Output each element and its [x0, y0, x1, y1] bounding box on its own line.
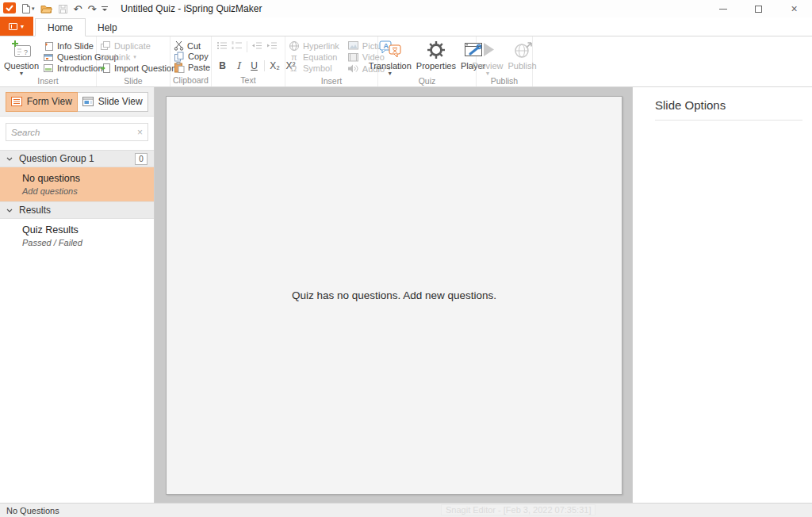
symbol-icon: Ω [289, 63, 300, 74]
svg-text:Ω: Ω [290, 63, 297, 73]
new-document-icon [21, 3, 31, 14]
group-label-insert-media: Insert [285, 76, 377, 87]
window-controls: × [705, 0, 812, 17]
quick-access-toolbar: ▾ ↶ ↷ [3, 2, 108, 16]
paste-button[interactable]: Paste [174, 62, 210, 73]
undo-button[interactable]: ↶ [74, 4, 82, 14]
form-view-button[interactable]: Form View [6, 92, 78, 112]
save-icon [58, 4, 68, 14]
new-quiz-button[interactable]: ▾ [21, 3, 35, 14]
redo-icon: ↷ [87, 4, 96, 14]
status-text: No Questions [6, 506, 59, 515]
tree-group-results[interactable]: Results [0, 201, 154, 219]
svg-text:A: A [383, 42, 389, 50]
cut-button[interactable]: Cut [174, 40, 210, 51]
tree-item-no-questions[interactable]: No questions Add questions [0, 167, 154, 201]
preview-button: Preview ▼ [469, 38, 505, 76]
tab-help[interactable]: Help [86, 19, 129, 36]
translation-icon: A [378, 39, 402, 61]
status-bar: No Questions Snagit Editor - [Feb 3, 202… [0, 503, 812, 517]
underline-button: U [248, 60, 260, 71]
chevron-down-icon [6, 209, 13, 213]
subscript-button: X₂ [269, 60, 281, 71]
hyperlink-icon [289, 40, 300, 52]
question-button[interactable]: ? Question ▼ [2, 38, 41, 76]
group-label-slide: Slide [97, 76, 170, 87]
slide-options-title: Slide Options [655, 98, 802, 112]
menu-icon [9, 23, 17, 30]
close-icon: × [791, 3, 797, 14]
ribbon-group-slide: Duplicate Link ▾ Import Questions Slide [97, 36, 170, 86]
symbol-button: Ω Symbol [289, 63, 339, 74]
import-questions-icon [100, 63, 111, 74]
ribbon-group-insert-media: Hyperlink π Equation Ω Symbol Picture [285, 36, 378, 86]
translation-button[interactable]: A Translation ▼ [366, 38, 414, 76]
search-box[interactable]: × [6, 123, 148, 141]
slide-options-panel: Slide Options [632, 87, 812, 503]
copy-button[interactable]: Copy [174, 52, 210, 62]
tree-group-question-group-1[interactable]: Question Group 1 0 [0, 150, 154, 167]
slide-canvas: Quiz has no questions. Add new questions… [155, 87, 632, 503]
duplicate-icon [100, 40, 111, 52]
info-slide-icon [43, 40, 54, 52]
tab-home[interactable]: Home [35, 18, 86, 36]
ribbon-group-clipboard: Cut Copy Paste Clipboard [170, 36, 212, 86]
ribbon-group-insert: ? Question ▼ Info Slide Question Group I… [0, 36, 97, 86]
toolbar-options-icon [102, 6, 108, 12]
group-label-insert: Insert [0, 76, 96, 87]
slide-surface[interactable]: Quiz has no questions. Add new questions… [166, 96, 622, 495]
equation-icon: π [289, 52, 300, 63]
hyperlink-button: Hyperlink [289, 40, 339, 52]
publish-globe-icon [511, 39, 534, 61]
decrease-indent-icon [251, 41, 262, 50]
paste-icon [174, 62, 185, 73]
link-button: Link ▾ [100, 52, 181, 63]
undo-icon: ↶ [74, 4, 82, 14]
ribbon-tab-row: ▼ Home Help [0, 17, 812, 36]
cut-icon [174, 40, 184, 51]
properties-button[interactable]: Properties [414, 38, 458, 76]
title-bar: ▾ ↶ ↷ Untitled Quiz - iSpring QuizMaker … [0, 0, 812, 17]
group-label: Results [19, 205, 51, 216]
open-button[interactable] [40, 4, 52, 13]
ribbon-group-quiz: A Translation ▼ Properties Player Quiz [378, 36, 477, 86]
link-icon [100, 52, 111, 63]
divider [264, 60, 265, 71]
close-button[interactable]: × [776, 0, 812, 17]
import-questions-button[interactable]: Import Questions [100, 63, 181, 74]
question-icon: ? [11, 39, 32, 61]
capture-watermark: Snagit Editor - [Feb 3, 2022 07:35:31] [441, 504, 596, 515]
chevron-down-icon [6, 157, 13, 161]
clear-search-icon[interactable]: × [137, 128, 143, 137]
chevron-down-icon: ▾ [32, 6, 35, 11]
ribbon: ? Question ▼ Info Slide Question Group I… [0, 36, 812, 87]
empty-quiz-message: Quiz has no questions. Add new questions… [292, 289, 496, 301]
duplicate-button: Duplicate [100, 40, 181, 52]
introduction-icon [43, 63, 54, 74]
properties-gear-icon [425, 39, 447, 61]
customize-toolbar-button[interactable] [102, 6, 108, 12]
decrease-indent-button [251, 41, 262, 52]
main-area: Form View Slide View × Question Group 1 … [0, 87, 812, 503]
slide-view-button[interactable]: Slide View [78, 92, 149, 112]
question-tree: Question Group 1 0 No questions Add ques… [0, 150, 154, 253]
equation-button: π Equation [289, 52, 339, 63]
tree-item-quiz-results[interactable]: Quiz Results Passed / Failed [0, 219, 154, 253]
ribbon-group-text: B I U X₂ X² Text [212, 36, 285, 86]
open-folder-icon [40, 4, 52, 13]
search-input[interactable] [11, 128, 137, 137]
restore-button[interactable] [741, 0, 776, 17]
window-title: Untitled Quiz - iSpring QuizMaker [121, 3, 262, 14]
application-menu-button[interactable]: ▼ [0, 17, 33, 36]
save-button [58, 4, 68, 14]
bold-button: B [216, 60, 228, 71]
picture-icon [347, 40, 359, 51]
svg-text:?: ? [24, 48, 28, 56]
group-label-clipboard: Clipboard [170, 75, 211, 86]
redo-button[interactable]: ↷ [87, 4, 96, 14]
group-label-text: Text [212, 75, 285, 86]
chevron-down-icon: ▼ [20, 24, 25, 29]
restore-icon [755, 6, 762, 13]
minimize-button[interactable] [705, 0, 741, 17]
slide-view-icon [82, 97, 94, 106]
